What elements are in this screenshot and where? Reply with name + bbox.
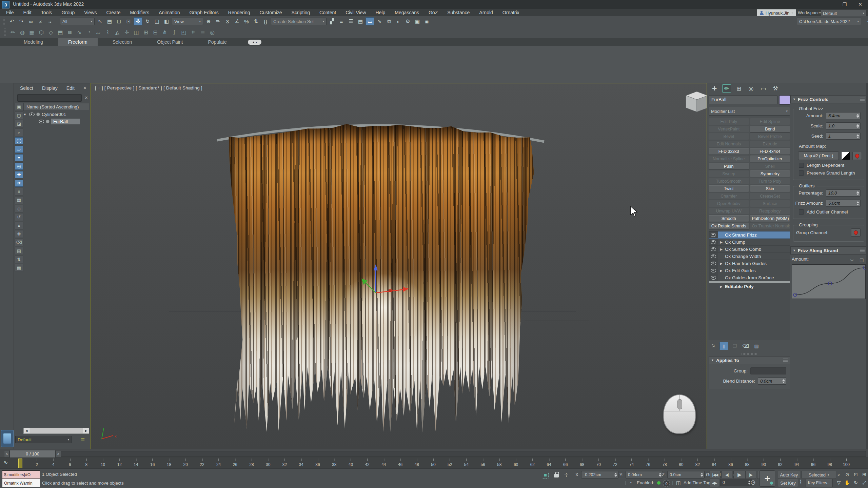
map-channel-flag-button[interactable] [852,152,862,160]
spinner-snap-icon[interactable]: ⇅ [252,17,260,25]
ribbon-tab[interactable]: Populate [198,38,237,46]
delete-objects-icon[interactable]: ⌫ [15,239,23,246]
menu-item[interactable]: Views [79,9,101,16]
visibility-eye-icon[interactable] [29,113,35,116]
view-cube[interactable] [679,88,707,117]
menu-item[interactable]: Create [101,9,125,16]
pin-stack-icon[interactable]: ⚐ [709,342,717,350]
modifier-button[interactable]: VertexPaint [709,126,749,132]
reference-coordinate-dropdown[interactable]: View▾ [172,18,203,25]
explorer-sort-header[interactable]: Name (Sorted Ascending) [23,103,89,111]
expand-caret-icon[interactable]: ▼ [23,113,27,116]
modifier-list-dropdown[interactable]: Modifier List▾ [709,107,790,116]
paint-deform-icon[interactable]: ◍ [18,28,27,36]
group-channel-flag-button[interactable] [851,228,861,237]
optimize-icon[interactable]: ⬡ [37,28,46,36]
select-and-rotate-icon[interactable]: ↻ [143,17,152,25]
frame-tick[interactable]: 54 [464,458,469,468]
next-frame-arrow[interactable]: > [56,451,61,457]
spinner[interactable] [856,123,860,129]
layer-colors-icon[interactable]: ▩ [15,264,23,272]
select-by-name-icon[interactable]: ▤ [105,17,114,25]
value-spinner-field[interactable]: 1 [826,133,861,140]
rectangular-selection-region-icon[interactable]: ◻ [115,17,123,25]
select-and-move-icon[interactable]: ✜ [134,17,142,25]
frame-tick[interactable]: 30 [266,458,270,468]
expand-arrow-icon[interactable]: ▶ [718,240,724,244]
modifier-visibility-toggle[interactable] [709,253,718,260]
visibility-eye-icon[interactable] [39,120,44,123]
checkbox[interactable] [799,209,804,215]
panel-scrollbar[interactable] [866,83,868,488]
viewport-label[interactable]: [ + ] [ Perspective ] [ Standard* ] [ De… [95,85,202,90]
frame-tick[interactable]: 74 [629,458,634,468]
add-time-tag[interactable]: Add Time Tag [684,480,710,485]
make-unique-icon[interactable]: ❐ [730,342,739,350]
set-keys-button[interactable]: + [760,470,775,487]
explorer-tree-item[interactable]: FurBall [23,118,89,125]
checkbox-row[interactable]: Preserve Strand Length [799,170,864,176]
drag-icon[interactable]: ✛ [122,28,131,36]
frame-tick[interactable]: 52 [448,458,452,468]
branches-icon[interactable]: ⋔ [160,28,169,36]
menu-item[interactable]: Graph Editors [184,9,223,16]
checkbox-row[interactable]: Length Dependent [799,163,864,168]
menu-item[interactable]: Modifiers [125,9,154,16]
object-name-field[interactable]: FurBall [709,95,777,104]
frame-tick[interactable]: 76 [646,458,650,468]
modifier-button[interactable]: Edit Normals [709,141,749,147]
frame-tick[interactable]: 80 [679,458,683,468]
splines-icon[interactable]: ∫ [170,28,179,36]
z-coordinate-field[interactable]: 0.0cm [667,471,705,479]
menu-item[interactable]: Megascans [390,9,424,16]
menu-item[interactable]: Tools [36,9,57,16]
object-name[interactable]: FurBall [51,119,80,124]
spinner[interactable] [856,200,860,206]
track-bar[interactable]: ∿ 02468101214161820222426283032343638404… [0,458,868,469]
named-selection-set-dropdown[interactable]: Create Selection Set▾ [271,18,327,25]
amount-map-button[interactable]: Map #2 ( Dent ) [798,151,839,160]
frame-tick[interactable]: 78 [662,458,667,468]
extend-icon[interactable]: ⊟ [151,28,160,36]
percent-snap-icon[interactable]: % [242,17,251,25]
modifier-button[interactable]: Edit Spline [750,118,790,125]
snap-toggle-3d-icon[interactable]: 3 [223,17,232,25]
step-build-icon[interactable]: ⊞ [141,28,150,36]
project-folder-dropdown[interactable]: C:\Users\JI...ds Max 2022▾ [797,18,861,25]
modifier-visibility-toggle[interactable] [709,260,718,267]
frame-tick[interactable]: 64 [547,458,551,468]
modifier-button[interactable]: Shell [750,163,790,169]
frame-tick[interactable]: 22 [200,458,204,468]
flatten-icon[interactable]: ▱ [94,28,103,36]
modifier-visibility-toggle[interactable] [709,267,718,274]
expand-arrow-icon[interactable]: ▶ [718,262,724,265]
exaggerate-icon[interactable]: ◭ [113,28,122,36]
modifier-visibility-toggle[interactable] [709,231,718,238]
modifier-button[interactable]: Edit Poly [709,118,749,125]
modifier-button[interactable]: Ox Transfer Normals [750,223,790,229]
object-properties-icon[interactable]: ▤ [15,247,23,255]
workspace-dropdown[interactable]: Default▾ [821,9,867,17]
sort-mode-icon[interactable]: ⇅ [15,256,23,263]
modifier-button[interactable]: TurboSmooth [709,178,749,184]
frame-tick[interactable]: 16 [150,458,155,468]
display-lights-icon[interactable]: ✦ [15,154,23,162]
time-configuration-icon[interactable]: ◷ [751,479,755,485]
frame-tick[interactable]: 100 [843,458,850,468]
use-pivot-center-icon[interactable]: ⊕ [204,17,213,25]
modifier-visibility-toggle[interactable] [709,246,718,252]
frame-tick[interactable]: 28 [249,458,254,468]
selection-lock-icon[interactable] [554,472,559,478]
modifier-button[interactable]: Unwrap UVW [709,208,749,214]
time-slider-thumb[interactable]: 0 / 100 [9,450,56,458]
lock-tree-icon[interactable]: ◇ [15,205,23,212]
modifier-button[interactable]: Ox Rotate Strands [709,223,749,229]
modifier-button[interactable]: Chamfer [709,193,749,199]
zoom-icon[interactable]: ⌕ [835,471,843,478]
modifier-stack-item[interactable]: ▶ Ox Strand Frizz [709,231,790,239]
zoom-extents-icon[interactable]: ⊡ [852,471,860,478]
redo-icon[interactable]: ↷ [17,17,26,25]
frame-tick[interactable]: 68 [580,458,584,468]
explorer-tree-item[interactable]: ▼ Cylinder001 [23,111,89,118]
undo-icon[interactable]: ↶ [7,17,16,25]
